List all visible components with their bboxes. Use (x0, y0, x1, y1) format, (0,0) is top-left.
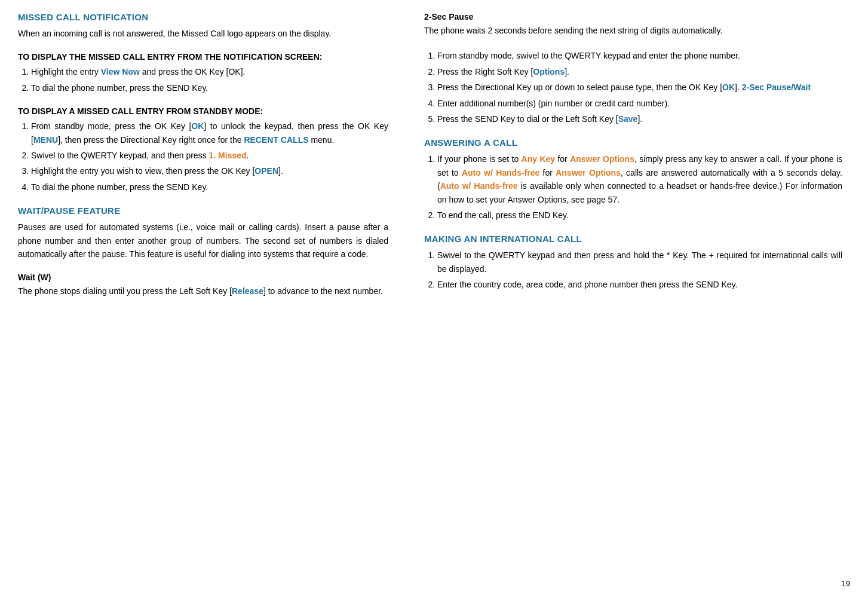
wait-pause-title: WAIT/PAUSE FEATURE (18, 206, 388, 216)
two-sec-pause-heading: 2-Sec Pause (424, 12, 842, 22)
display-notification-heading: TO DISPLAY THE MISSED CALL ENTRY FROM TH… (18, 52, 388, 62)
answering-call-list: If your phone is set to Any Key for Answ… (437, 152, 842, 222)
pause-steps-section: From standby mode, swivel to the QWERTY … (424, 49, 842, 125)
international-call-title: MAKING AN INTERNATIONAL CALL (424, 234, 842, 244)
left-column: MISSED CALL NOTIFICATION When an incomin… (18, 12, 388, 310)
list-item: Swivel to the QWERTY keypad and then pre… (437, 249, 842, 275)
missed-call-section: MISSED CALL NOTIFICATION When an incomin… (18, 12, 388, 40)
list-item: Enter additional number(s) (pin number o… (437, 97, 842, 110)
list-item: To dial the phone number, press the SEND… (31, 81, 388, 94)
release-label: Release (232, 286, 263, 296)
menu-label: MENU (33, 135, 58, 145)
international-call-list: Swivel to the QWERTY keypad and then pre… (437, 249, 842, 291)
display-notification-section: TO DISPLAY THE MISSED CALL ENTRY FROM TH… (18, 52, 388, 94)
list-item: To end the call, press the END Key. (437, 209, 842, 222)
display-standby-list: From standby mode, press the OK Key [OK]… (31, 120, 388, 194)
save-label: Save (618, 114, 638, 124)
any-key-label: Any Key (522, 154, 556, 164)
display-notification-list: Highlight the entry View Now and press t… (31, 65, 388, 94)
wait-w-heading: Wait (W) (18, 273, 388, 282)
list-item: From standby mode, press the OK Key [OK]… (31, 120, 388, 146)
answer-options-label2: Answer Options (556, 168, 621, 177)
two-sec-pause-body: The phone waits 2 seconds before sending… (424, 24, 842, 37)
open-label: OPEN (254, 166, 278, 176)
list-item: From standby mode, swivel to the QWERTY … (437, 49, 842, 62)
pause-steps-list: From standby mode, swivel to the QWERTY … (437, 49, 842, 125)
list-item: Enter the country code, area code, and p… (437, 278, 842, 291)
auto-hands-free-label2: Auto w/ Hands-free (440, 181, 518, 191)
wait-w-section: Wait (W) The phone stops dialing until y… (18, 273, 388, 298)
list-item: If your phone is set to Any Key for Answ… (437, 152, 842, 206)
answering-call-title: ANSWERING A CALL (424, 137, 842, 148)
view-now-label: View Now (101, 67, 140, 76)
list-item: Press the SEND Key to dial or the Left S… (437, 112, 842, 125)
missed-call-title: MISSED CALL NOTIFICATION (18, 12, 388, 22)
recent-calls-label: RECENT CALLS (244, 135, 308, 145)
international-call-section: MAKING AN INTERNATIONAL CALL Swivel to t… (424, 234, 842, 291)
list-item: Press the Directional Key up or down to … (437, 81, 842, 94)
ok-label: OK (191, 121, 204, 131)
wait-pause-section: WAIT/PAUSE FEATURE Pauses are used for a… (18, 206, 388, 261)
answering-call-section: ANSWERING A CALL If your phone is set to… (424, 137, 842, 222)
wait-w-body: The phone stops dialing until you press … (18, 284, 388, 298)
wait-pause-body: Pauses are used for automated systems (i… (18, 221, 388, 261)
list-item: Swivel to the QWERTY keypad, and then pr… (31, 149, 388, 162)
list-item: To dial the phone number, press the SEND… (31, 180, 388, 194)
ok-label2: OK (722, 82, 735, 92)
list-item: Highlight the entry you wish to view, th… (31, 164, 388, 177)
list-item: Press the Right Soft Key [Options]. (437, 65, 842, 78)
display-standby-heading: TO DISPLAY A MISSED CALL ENTRY FROM STAN… (18, 106, 388, 116)
missed-call-body: When an incoming call is not answered, t… (18, 27, 388, 40)
list-item: Highlight the entry View Now and press t… (31, 65, 388, 78)
missed-label: 1. Missed (209, 151, 247, 160)
two-sec-pause-wait-label: 2-Sec Pause/Wait (742, 82, 811, 92)
display-standby-section: TO DISPLAY A MISSED CALL ENTRY FROM STAN… (18, 106, 388, 194)
two-sec-pause-section: 2-Sec Pause The phone waits 2 seconds be… (424, 12, 842, 37)
page-number: 19 (842, 579, 850, 588)
right-column: 2-Sec Pause The phone waits 2 seconds be… (412, 12, 842, 310)
auto-hands-free-label1: Auto w/ Hands-free (462, 168, 539, 177)
page-container: MISSED CALL NOTIFICATION When an incomin… (18, 12, 850, 310)
options-label: Options (533, 67, 565, 76)
answer-options-label1: Answer Options (570, 154, 634, 164)
